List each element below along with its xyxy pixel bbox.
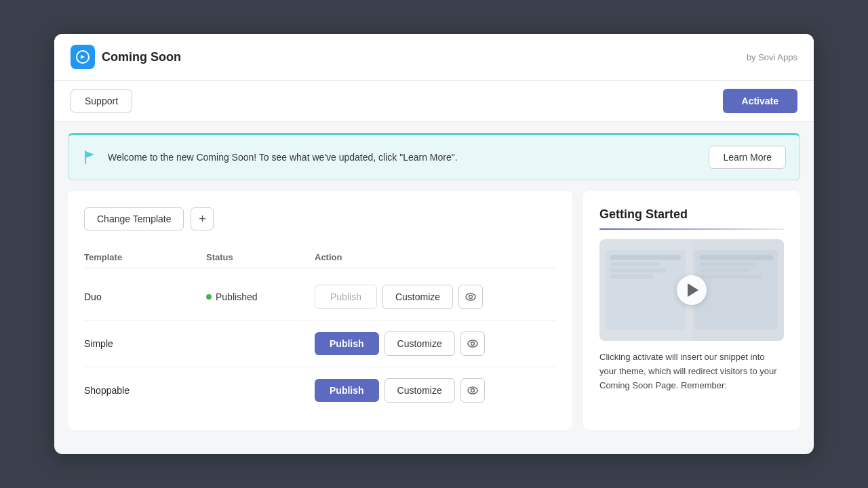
flag-icon: [82, 149, 98, 165]
change-template-button[interactable]: Change Template: [84, 207, 184, 230]
app-icon: [71, 45, 95, 69]
svg-point-1: [466, 293, 475, 300]
table-row: Shoppable Publish Customize: [84, 367, 556, 413]
svg-rect-12: [610, 274, 653, 278]
table-row: Simple Publish Customize: [84, 321, 556, 367]
svg-rect-7: [606, 250, 686, 330]
play-icon: [688, 283, 698, 297]
action-group-shoppable: Publish Customize: [315, 378, 556, 403]
info-banner: Welcome to the new Coming Soon! To see w…: [68, 133, 800, 180]
app-title: Coming Soon: [102, 50, 181, 64]
activate-button[interactable]: Activate: [723, 89, 797, 113]
svg-rect-16: [700, 274, 762, 278]
svg-rect-10: [610, 262, 660, 266]
svg-rect-14: [700, 262, 755, 266]
getting-started-title: Getting Started: [599, 207, 784, 222]
svg-rect-13: [700, 255, 773, 260]
table-header: Template Status Action: [84, 247, 556, 268]
publish-button-simple[interactable]: Publish: [315, 332, 379, 355]
template-name-simple: Simple: [84, 338, 206, 349]
template-name-duo: Duo: [84, 291, 206, 302]
svg-rect-11: [610, 268, 666, 272]
play-button[interactable]: [677, 275, 707, 305]
preview-button-simple[interactable]: [460, 331, 485, 356]
content-area: Change Template + Template Status Action…: [54, 191, 814, 443]
svg-point-2: [469, 296, 473, 299]
preview-button-duo[interactable]: [458, 285, 483, 309]
main-container: Coming Soon by Sovi Apps Support Activat…: [54, 34, 814, 454]
customize-button-simple[interactable]: Customize: [384, 331, 455, 356]
template-name-shoppable: Shoppable: [84, 385, 206, 396]
published-dot: [206, 294, 212, 300]
customize-button-duo[interactable]: Customize: [382, 285, 453, 309]
add-button[interactable]: +: [191, 207, 214, 230]
getting-started-divider: [599, 228, 784, 230]
right-panel: Getting Started: [583, 191, 800, 430]
svg-rect-8: [695, 250, 778, 330]
publish-button-duo[interactable]: Publish: [315, 285, 377, 309]
table-row: Duo Published Publish Customize: [84, 274, 556, 321]
left-panel: Change Template + Template Status Action…: [68, 191, 572, 430]
customize-button-shoppable[interactable]: Customize: [384, 378, 455, 403]
banner-left: Welcome to the new Coming Soon! To see w…: [82, 149, 458, 165]
toolbar: Support Activate: [54, 81, 814, 122]
status-label-duo: Published: [216, 291, 258, 302]
support-button[interactable]: Support: [71, 89, 132, 113]
by-label: by Sovi Apps: [747, 52, 797, 62]
svg-rect-9: [610, 255, 680, 260]
status-duo: Published: [206, 291, 315, 302]
publish-button-shoppable[interactable]: Publish: [315, 379, 379, 402]
action-group-duo: Publish Customize: [315, 285, 556, 309]
svg-rect-15: [700, 268, 749, 272]
svg-point-6: [471, 389, 474, 392]
panel-toolbar: Change Template +: [84, 207, 556, 230]
col-template: Template: [84, 252, 206, 262]
video-thumbnail[interactable]: [599, 239, 784, 341]
svg-point-4: [471, 342, 474, 346]
svg-point-3: [468, 340, 477, 347]
learn-more-button[interactable]: Learn More: [709, 146, 786, 169]
col-action: Action: [315, 252, 556, 262]
col-status: Status: [206, 252, 315, 262]
header: Coming Soon by Sovi Apps: [54, 34, 814, 81]
action-group-simple: Publish Customize: [315, 331, 556, 356]
banner-message: Welcome to the new Coming Soon! To see w…: [108, 152, 458, 163]
getting-started-description: Clicking activate will insert our snippe…: [599, 350, 784, 392]
preview-button-shoppable[interactable]: [460, 378, 485, 403]
svg-point-5: [468, 387, 477, 394]
header-left: Coming Soon: [71, 45, 181, 69]
